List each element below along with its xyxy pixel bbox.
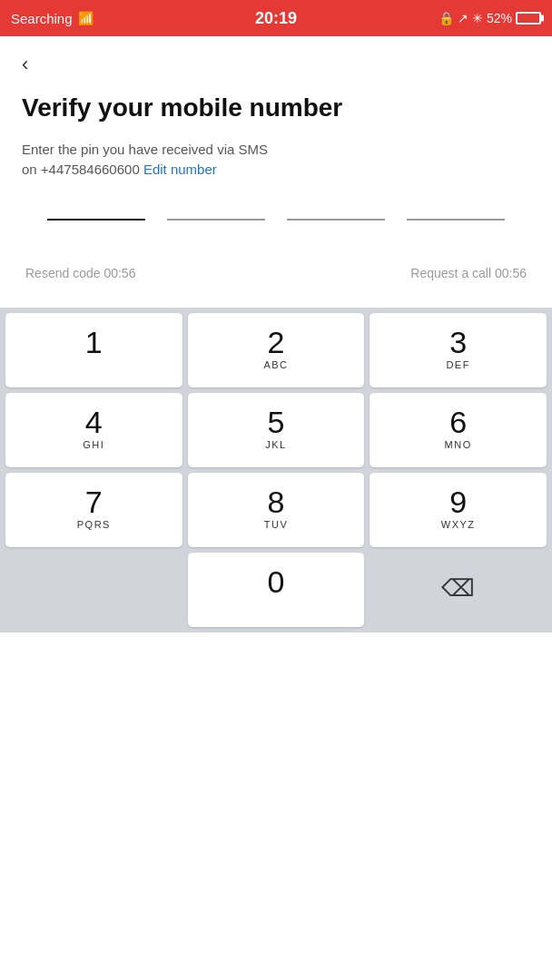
key-2-num: 2 bbox=[268, 327, 285, 358]
keypad: 1 2 ABC 3 DEF 4 GHI 5 JKL 6 MNO 7 PQRS 8… bbox=[0, 308, 552, 553]
pin-box-4[interactable] bbox=[407, 217, 505, 220]
key-0-num: 0 bbox=[268, 566, 285, 597]
backspace-icon: ⌫ bbox=[441, 574, 475, 603]
key-7-letters: PQRS bbox=[77, 519, 111, 532]
key-4-num: 4 bbox=[85, 407, 103, 437]
key-3-num: 3 bbox=[449, 327, 467, 358]
key-7-num: 7 bbox=[85, 486, 103, 517]
edit-number-link[interactable]: Edit number bbox=[143, 162, 217, 177]
pin-box-2[interactable] bbox=[167, 217, 265, 220]
key-0[interactable]: 0 bbox=[188, 553, 365, 627]
page-title: Verify your mobile number bbox=[22, 93, 530, 123]
key-6-letters: MNO bbox=[445, 439, 472, 452]
key-1[interactable]: 1 bbox=[5, 313, 182, 387]
key-2[interactable]: 2 ABC bbox=[188, 313, 365, 387]
key-7[interactable]: 7 PQRS bbox=[5, 473, 182, 547]
back-button[interactable]: ‹ bbox=[22, 54, 28, 74]
key-6-num: 6 bbox=[449, 407, 467, 437]
key-9[interactable]: 9 WXYZ bbox=[370, 473, 547, 547]
main-content: ‹ Verify your mobile number Enter the pi… bbox=[0, 36, 552, 280]
key-backspace[interactable]: ⌫ bbox=[370, 553, 547, 627]
action-row: Resend code 00:56 Request a call 00:56 bbox=[22, 266, 530, 280]
description: Enter the pin you have received via SMS … bbox=[22, 140, 530, 181]
key-8[interactable]: 8 TUV bbox=[188, 473, 365, 547]
request-call-text[interactable]: Request a call 00:56 bbox=[410, 266, 527, 280]
key-5-letters: JKL bbox=[265, 439, 286, 452]
pin-box-3[interactable] bbox=[287, 217, 385, 220]
location-icon: 🔒 bbox=[439, 11, 454, 25]
battery-percent: 52% bbox=[487, 11, 512, 25]
key-3-letters: DEF bbox=[446, 359, 470, 372]
pin-box-1[interactable] bbox=[47, 217, 145, 220]
status-bar: Searching 📶 20:19 🔒 ↗ ✳ 52% bbox=[0, 0, 552, 36]
key-6[interactable]: 6 MNO bbox=[370, 393, 547, 467]
key-8-letters: TUV bbox=[264, 519, 289, 532]
status-left: Searching 📶 bbox=[11, 11, 94, 26]
description-line1: Enter the pin you have received via SMS bbox=[22, 142, 268, 157]
key-5[interactable]: 5 JKL bbox=[188, 393, 365, 467]
bluetooth-icon: ✳ bbox=[472, 11, 483, 25]
searching-text: Searching bbox=[11, 11, 73, 26]
key-4[interactable]: 4 GHI bbox=[5, 393, 182, 467]
phone-number: on +447584660600 bbox=[22, 162, 140, 177]
key-4-letters: GHI bbox=[83, 439, 104, 452]
key-2-letters: ABC bbox=[263, 359, 288, 372]
key-1-num: 1 bbox=[85, 327, 103, 358]
status-right: 🔒 ↗ ✳ 52% bbox=[439, 11, 541, 25]
resend-code-text[interactable]: Resend code 00:56 bbox=[25, 266, 135, 280]
bottom-row: 0 ⌫ bbox=[0, 553, 552, 632]
key-empty-left bbox=[5, 553, 182, 627]
key-3[interactable]: 3 DEF bbox=[370, 313, 547, 387]
key-5-num: 5 bbox=[268, 407, 285, 437]
pin-container bbox=[22, 217, 530, 220]
key-9-num: 9 bbox=[449, 486, 467, 517]
wifi-icon: 📶 bbox=[78, 11, 94, 25]
key-8-num: 8 bbox=[268, 486, 285, 517]
key-9-letters: WXYZ bbox=[441, 519, 476, 532]
gps-icon: ↗ bbox=[458, 11, 468, 25]
clock: 20:19 bbox=[255, 9, 297, 28]
battery-icon bbox=[516, 12, 541, 24]
